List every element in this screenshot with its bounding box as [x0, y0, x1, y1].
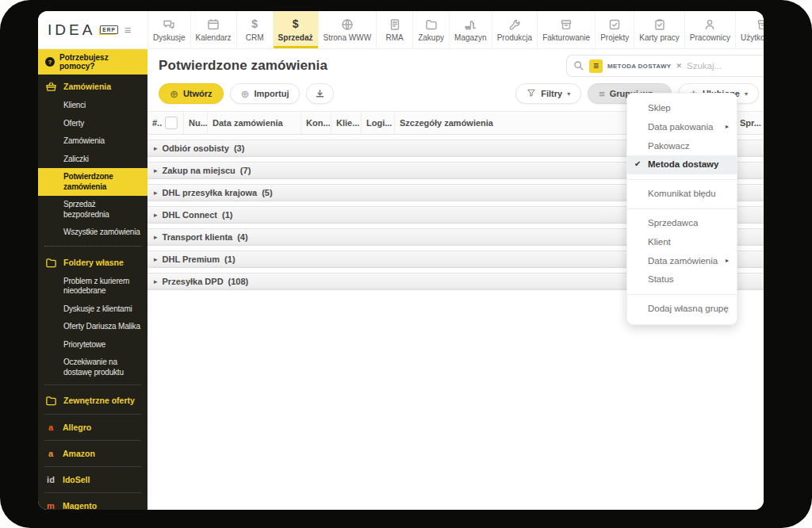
dollar-icon: $ — [251, 18, 258, 31]
folder-y-icon — [45, 257, 57, 269]
filters-button[interactable]: Filtry ▾ — [515, 83, 581, 104]
menu-toggle-icon[interactable]: ≡ — [124, 23, 132, 36]
divider — [44, 492, 141, 493]
sidebar-entry[interactable]: a Allegro — [38, 418, 147, 437]
menu-item[interactable]: Status — [627, 270, 737, 289]
nav-tab[interactable]: Dyskusje — [148, 11, 191, 48]
nav-tab[interactable]: $ Sprzedaż — [274, 11, 319, 48]
sidebar-entry[interactable]: Sprzedaż bezpośrednia — [38, 196, 147, 224]
sidebar-entries: Zamówienia Klienci Oferty — [38, 75, 147, 510]
nav-tab-label: Magazyn — [454, 33, 487, 42]
sidebar-entry[interactable]: Foldery własne — [38, 251, 147, 273]
nav-tab-label: Sprzedaż — [278, 33, 313, 42]
sidebar-entry[interactable]: Potwierdzone zamówienia — [38, 168, 147, 196]
group-label: Przesyłka DPD — [163, 277, 224, 286]
nav-tab[interactable]: Strona WWW — [319, 11, 377, 48]
sidebar-entry[interactable]: Klienci — [38, 97, 147, 115]
nav-tab[interactable]: Fakturowanie — [538, 11, 596, 48]
group-by-menu: Sklep Data pakowania ▸ Pakowacz — [626, 93, 737, 325]
sidebar-entry[interactable]: Zamówienia — [38, 75, 147, 97]
nav-tab-label: CRM — [246, 33, 264, 42]
sidebar-entry[interactable]: Zamówienia — [38, 132, 147, 151]
app-window: IDEA ERP ≡ Dyskusje Kalendarz $ CRM — [38, 11, 764, 510]
sidebar-entry[interactable]: Problem z kurierem nieodebrane — [38, 273, 147, 300]
divider — [44, 440, 141, 441]
group-count: (7) — [240, 166, 251, 175]
archive-icon — [560, 18, 573, 31]
main-content: Potwierdzone zamówienia ≡ METODA DOSTAWY… — [147, 49, 764, 510]
help-banner[interactable]: ? Potrzebujesz pomocy? — [38, 49, 147, 75]
menu-item[interactable]: Komunikat błędu — [627, 185, 737, 204]
column-header[interactable]: Spr... — [735, 112, 764, 134]
sidebar-entry[interactable]: Zewnętrzne oferty — [38, 388, 147, 411]
column-header[interactable]: Kon... — [301, 112, 331, 134]
sidebar-entry[interactable]: m Magento — [38, 496, 147, 510]
nav-tab[interactable]: Kalendarz — [191, 11, 237, 48]
menu-item[interactable]: ✔ Metoda dostawy — [627, 155, 737, 174]
divider — [627, 209, 737, 209]
sidebar-entry[interactable]: Wszystkie zamówienia — [38, 224, 147, 242]
sidebar-entry[interactable]: Oczekiwanie na dostawę produktu — [38, 354, 147, 381]
forklift-icon — [464, 18, 477, 31]
sidebar-entry[interactable]: Zaliczki — [38, 151, 147, 169]
nav-tab[interactable]: Pracownicy — [685, 11, 736, 48]
column-header[interactable]: Nu... — [184, 112, 208, 134]
sidebar-entry-label: Zamówienia — [63, 82, 111, 91]
sidebar-entry[interactable]: Dyskusje z klientami — [38, 300, 147, 319]
select-all-checkbox[interactable] — [165, 117, 178, 129]
nav-tab[interactable]: Magazyn — [450, 11, 492, 48]
folder-icon — [425, 18, 438, 31]
nav-tab[interactable]: RMA — [377, 11, 413, 48]
group-indicator-icon: ≡ — [589, 59, 603, 73]
import-button[interactable]: ⊕ Importuj — [230, 83, 301, 104]
menu-item[interactable]: Data pakowania ▸ — [627, 118, 737, 137]
group-label: Odbiór osobisty — [163, 143, 229, 153]
question-icon: ? — [45, 57, 55, 67]
search-bar[interactable]: ≡ METODA DOSTAWY ✕ Szukaj... — [566, 55, 764, 77]
nav-tab-label: Kalendarz — [196, 33, 232, 42]
nav-tab[interactable]: Użytkownicy — [736, 11, 764, 48]
menu-item[interactable]: Data zamówienia ▸ — [627, 252, 737, 271]
expand-arrow-icon: ▸ — [154, 211, 158, 219]
submenu-arrow-icon: ▸ — [726, 123, 729, 131]
nav-tab-label: Użytkownicy — [741, 33, 764, 42]
column-header[interactable]: Data zamówienia — [208, 112, 301, 134]
sidebar-entry[interactable]: Priorytetowe — [38, 336, 147, 354]
menu-item[interactable]: Sprzedawca — [627, 214, 737, 233]
sidebar-entry-label: Oczekiwanie na dostawę produktu — [63, 358, 143, 377]
export-button[interactable] — [306, 83, 334, 104]
sidebar-entry[interactable]: id IdoSell — [38, 470, 147, 489]
nav-tab-label: Karty pracy — [639, 33, 680, 42]
basket-icon — [45, 81, 57, 93]
group-label: Transport klienta — [163, 232, 233, 242]
menu-item[interactable]: Klient — [627, 233, 737, 252]
sidebar-entry-label: Wszystkie zamówienia — [63, 228, 140, 238]
menu-item[interactable]: Sklep — [627, 99, 737, 118]
menu-item[interactable]: Pakowacz — [627, 137, 737, 156]
sidebar-entry[interactable]: Oferty Dariusza Malika — [38, 318, 147, 336]
divider — [44, 385, 141, 385]
create-button[interactable]: ⊕ Utwórz — [159, 83, 224, 104]
chevron-down-icon: ▾ — [745, 90, 748, 98]
menu-item[interactable]: Dodaj własną grupę — [627, 300, 737, 319]
funnel-icon — [527, 88, 536, 99]
nav-tab[interactable]: Projekty — [596, 11, 634, 48]
filter-chip: METODA DOSTAWY — [607, 63, 672, 70]
nav-tab[interactable]: $ CRM — [237, 11, 274, 48]
column-header[interactable]: Logi... — [362, 112, 395, 134]
nav-tab[interactable]: Zakupy — [413, 11, 450, 48]
column-header[interactable]: Klie... — [331, 112, 362, 134]
globe-icon — [341, 18, 354, 31]
clipboard-icon — [653, 18, 666, 31]
nav-tab[interactable]: Karty pracy — [634, 11, 685, 48]
sidebar-entry[interactable]: a Amazon — [38, 444, 147, 463]
sidebar-entry[interactable]: Oferty — [38, 115, 147, 133]
logo-text: IDEA — [48, 21, 95, 39]
chip-remove-icon[interactable]: ✕ — [676, 62, 683, 70]
divider — [44, 246, 141, 247]
sidebar-entry-label: Priorytetowe — [63, 340, 105, 350]
page-title: Potwierdzone zamówienia — [159, 58, 327, 74]
folder-y-icon — [45, 395, 57, 407]
nav-tab[interactable]: Produkcja — [492, 11, 538, 48]
group-count: (4) — [237, 232, 247, 242]
